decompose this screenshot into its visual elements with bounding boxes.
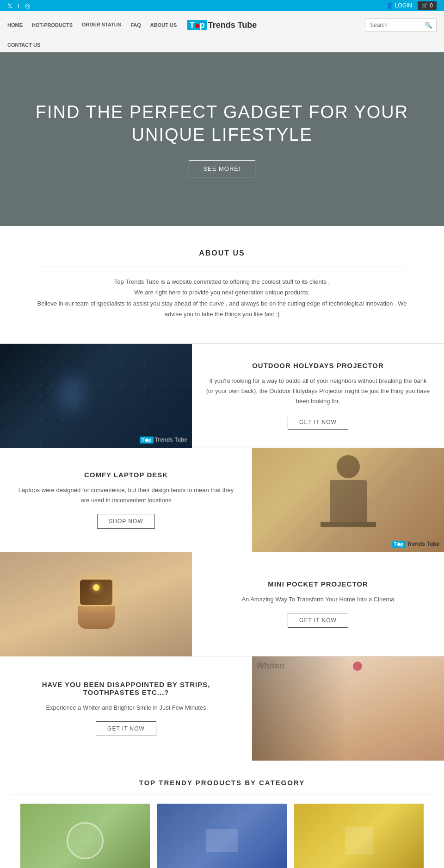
- category-item-2[interactable]: [157, 804, 287, 868]
- product-image-outdoor: T◆p Trends Tube: [0, 344, 192, 448]
- nav-home[interactable]: HOME: [7, 22, 23, 28]
- watermark-outdoor: T◆p Trends Tube: [140, 437, 187, 443]
- product-desc-mini-projector: An Amazing Way To Transform Your Home In…: [241, 594, 394, 605]
- get-it-now-teeth-button[interactable]: GET IT NOW: [96, 721, 156, 736]
- hero-section: FIND THE PERFECT GADGET FOR YOUR UNIQUE …: [0, 52, 444, 226]
- nav-hot-products[interactable]: HOT-PRODUCTS: [32, 22, 73, 28]
- cart-count: 0: [430, 2, 433, 9]
- contact-nav: CONTACT US: [0, 39, 444, 52]
- product-title-mini-projector: MINI POCKET PROJECTOR: [268, 580, 368, 588]
- category-section: TOP TRENDY PRODUCTS BY CATEGORY: [0, 760, 444, 868]
- product-image-teeth: Whiten: [252, 656, 444, 761]
- search-box: 🔍: [365, 19, 437, 31]
- about-divider: [37, 267, 407, 267]
- nav-about-us[interactable]: ABOUT US: [150, 22, 177, 28]
- watermark-laptop-icon: T◆p: [392, 541, 405, 548]
- product-info-outdoor: OUTDOOR HOLYDAYS PROJECTOR If you're loo…: [192, 344, 444, 448]
- logo-tagline: Trends Tube: [208, 20, 257, 30]
- watermark-laptop: T◆p Trends Tube: [392, 541, 439, 548]
- category-item-1[interactable]: [20, 804, 150, 868]
- hero-headline: FIND THE PERFECT GADGET FOR YOUR UNIQUE …: [9, 101, 435, 147]
- get-it-now-outdoor-button[interactable]: GET IT NOW: [288, 415, 348, 430]
- search-button[interactable]: 🔍: [421, 19, 436, 31]
- search-input[interactable]: [365, 19, 421, 31]
- facebook-icon[interactable]: f: [18, 2, 19, 9]
- shop-now-laptop-button[interactable]: SHOP NOW: [97, 514, 154, 529]
- nav-links: HOME HOT-PRODUCTS ORDER STATUS FAQ ABOUT…: [7, 22, 177, 28]
- category-grid: [9, 804, 435, 868]
- nav-order-status[interactable]: ORDER STATUS: [82, 22, 121, 28]
- main-nav: HOME HOT-PRODUCTS ORDER STATUS FAQ ABOUT…: [0, 11, 444, 39]
- product-info-mini-projector: MINI POCKET PROJECTOR An Amazing Way To …: [192, 552, 444, 656]
- twitter-icon[interactable]: 𝕏: [7, 2, 12, 9]
- nav-faq[interactable]: FAQ: [130, 22, 141, 28]
- product-row-teeth: Whiten HAVE YOU BEEN DISAPPOINTED BY STR…: [0, 656, 444, 760]
- cart-button[interactable]: 🛒 0: [418, 1, 437, 10]
- product-desc-teeth: Experience a Whiter and Brighter Smile i…: [46, 703, 206, 713]
- product-info-teeth: HAVE YOU BEEN DISAPPOINTED BY STRIPS, TO…: [0, 656, 252, 760]
- product-row-laptop-desk: T◆p Trends Tube COMFY LAPTOP DESK Laptop…: [0, 448, 444, 552]
- contact-us-link[interactable]: CONTACT US: [7, 42, 40, 48]
- top-bar: 𝕏 f ◎ 👤 LOGIN 🛒 0: [0, 0, 444, 11]
- top-bar-right: 👤 LOGIN 🛒 0: [386, 1, 437, 10]
- login-button[interactable]: 👤 LOGIN: [386, 2, 412, 9]
- product-info-laptop: COMFY LAPTOP DESK Laptops were designed …: [0, 448, 252, 552]
- category-divider: [9, 794, 435, 794]
- user-icon: 👤: [386, 2, 393, 9]
- login-label: LOGIN: [395, 2, 412, 9]
- category-title: TOP TRENDY PRODUCTS BY CATEGORY: [9, 779, 435, 787]
- see-more-button[interactable]: SEE MORE!: [189, 160, 255, 177]
- about-paragraph3: Believe in our team of specialists to as…: [37, 298, 407, 320]
- site-logo[interactable]: T◆p Trends Tube: [187, 20, 257, 30]
- about-section: ABOUT US Top Trends Tube is a website co…: [0, 226, 444, 343]
- product-row-mini-projector: MINI POCKET PROJECTOR An Amazing Way To …: [0, 552, 444, 656]
- about-paragraph2: We are right here to provide you next-ge…: [37, 287, 407, 298]
- category-item-3[interactable]: [294, 804, 424, 868]
- product-title-outdoor: OUTDOOR HOLYDAYS PROJECTOR: [252, 362, 384, 369]
- about-title: ABOUT US: [37, 249, 407, 257]
- get-it-now-projector-button[interactable]: GET IT NOW: [288, 613, 348, 628]
- product-title-laptop: COMFY LAPTOP DESK: [84, 471, 168, 479]
- product-image-laptop: T◆p Trends Tube: [252, 448, 444, 552]
- watermark-logo-icon: T◆p: [140, 437, 153, 443]
- product-desc-outdoor: If you're looking for a way to outdo all…: [206, 376, 430, 406]
- product-desc-laptop: Laptops were designed for convenience, b…: [14, 485, 238, 506]
- product-title-teeth: HAVE YOU BEEN DISAPPOINTED BY STRIPS, TO…: [14, 681, 238, 696]
- instagram-icon[interactable]: ◎: [25, 2, 30, 9]
- product-image-mini-projector: [0, 552, 192, 656]
- product-row-outdoor-projector: T◆p Trends Tube OUTDOOR HOLYDAYS PROJECT…: [0, 343, 444, 448]
- social-icons: 𝕏 f ◎: [7, 2, 30, 9]
- about-paragraph1: Top Trends Tube is a website committed t…: [37, 276, 407, 287]
